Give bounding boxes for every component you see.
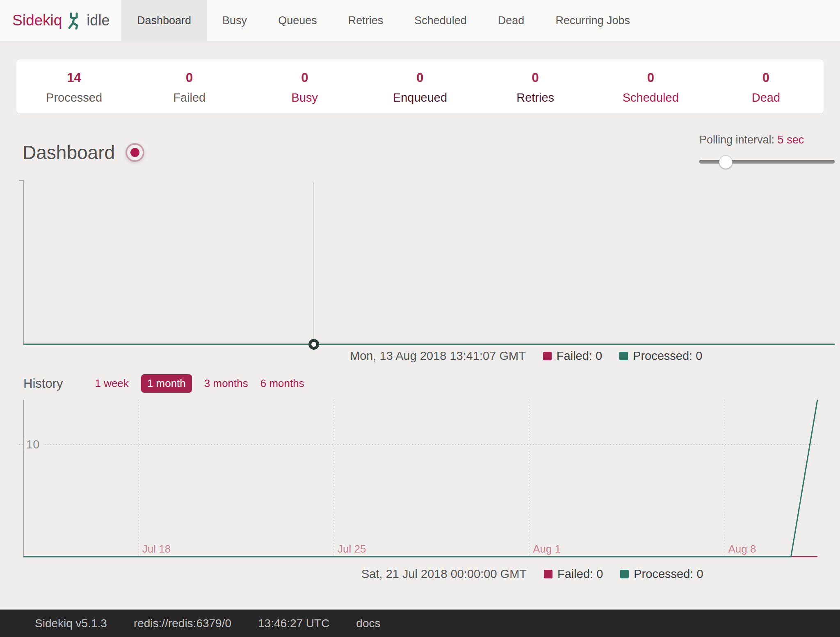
runner-icon xyxy=(67,11,82,30)
history-header: History 1 week 1 month 3 months 6 months xyxy=(23,374,304,393)
polling-slider[interactable] xyxy=(699,155,835,168)
live-beacon-icon xyxy=(126,143,144,162)
svg-text:Aug 1: Aug 1 xyxy=(533,543,561,555)
stat-retries: 0 Retries xyxy=(478,59,593,114)
page-heading: Dashboard xyxy=(23,141,144,164)
nav-item-dashboard[interactable]: Dashboard xyxy=(121,0,207,41)
stat-dead-link[interactable]: Dead xyxy=(708,91,824,105)
polling-value-link[interactable]: 5 sec xyxy=(778,134,804,146)
footer-version: Sidekiq v5.1.3 xyxy=(35,617,107,630)
realtime-legend: Mon, 13 Aug 2018 13:41:07 GMT Failed: 0 … xyxy=(350,349,702,363)
stat-scheduled-link[interactable]: Scheduled xyxy=(593,91,708,105)
brand-link[interactable]: Sidekiq idle xyxy=(12,0,110,41)
range-6-months[interactable]: 6 months xyxy=(260,377,304,390)
status-text: idle xyxy=(87,12,110,29)
stat-retries-link[interactable]: Retries xyxy=(478,91,593,105)
stat-failed-value: 0 xyxy=(132,71,247,85)
stat-busy-value: 0 xyxy=(247,71,362,85)
brand-logo-text: Sidekiq xyxy=(12,12,62,29)
stat-dead: 0 Dead xyxy=(708,59,824,114)
footer: Sidekiq v5.1.3 redis://redis:6379/0 13:4… xyxy=(0,610,840,637)
realtime-hover-timestamp: Mon, 13 Aug 2018 13:41:07 GMT xyxy=(350,349,526,363)
history-hover-timestamp: Sat, 21 Jul 2018 00:00:00 GMT xyxy=(361,567,527,581)
failed-swatch xyxy=(543,352,552,360)
history-range-selector: 1 week 1 month 3 months 6 months xyxy=(95,374,304,393)
nav-item-scheduled[interactable]: Scheduled xyxy=(399,0,482,41)
footer-server-time: 13:46:27 UTC xyxy=(258,617,329,630)
range-3-months[interactable]: 3 months xyxy=(204,377,248,390)
processed-swatch xyxy=(619,352,628,360)
nav-item-busy[interactable]: Busy xyxy=(207,0,262,41)
stat-enqueued-value: 0 xyxy=(362,71,477,85)
nav-item-recurring-jobs[interactable]: Recurring Jobs xyxy=(540,0,646,41)
stat-enqueued: 0 Enqueued xyxy=(362,59,477,114)
footer-docs-link[interactable]: docs xyxy=(356,617,380,630)
svg-text:Jul 18: Jul 18 xyxy=(142,543,171,555)
footer-redis-url: redis://redis:6379/0 xyxy=(134,617,231,630)
svg-text:10: 10 xyxy=(26,438,39,451)
failed-swatch xyxy=(544,570,552,578)
stat-failed: 0 Failed xyxy=(132,59,247,114)
slider-thumb[interactable] xyxy=(719,155,733,169)
navbar: Sidekiq idle Dashboard Busy Queues Retri… xyxy=(0,0,840,41)
realtime-processed-entry: Processed: 0 xyxy=(619,349,702,363)
history-processed-entry: Processed: 0 xyxy=(620,567,703,581)
stat-failed-label: Failed xyxy=(132,91,247,105)
history-failed-label: Failed: 0 xyxy=(557,567,603,581)
polling-control: Polling interval: 5 sec xyxy=(699,134,835,168)
nav-item-queues[interactable]: Queues xyxy=(262,0,333,41)
page-title: Dashboard xyxy=(23,141,115,164)
realtime-processed-label: Processed: 0 xyxy=(633,349,702,363)
history-title: History xyxy=(23,376,63,391)
nav-list: Dashboard Busy Queues Retries Scheduled … xyxy=(121,0,646,41)
history-processed-label: Processed: 0 xyxy=(634,567,703,581)
stat-scheduled: 0 Scheduled xyxy=(593,59,708,114)
stat-busy-link[interactable]: Busy xyxy=(247,91,362,105)
stat-processed-value: 14 xyxy=(16,71,132,85)
svg-text:Aug 8: Aug 8 xyxy=(728,543,756,555)
range-1-week[interactable]: 1 week xyxy=(95,377,128,390)
nav-item-retries[interactable]: Retries xyxy=(333,0,399,41)
realtime-failed-entry: Failed: 0 xyxy=(543,349,602,363)
history-failed-entry: Failed: 0 xyxy=(544,567,603,581)
polling-label: Polling interval: xyxy=(699,134,774,146)
sidekiq-dashboard-page: 10Jul 18Jul 25Aug 1Aug 8 Sidekiq idle Da… xyxy=(0,0,840,637)
stat-dead-value: 0 xyxy=(708,71,824,85)
processed-swatch xyxy=(620,570,629,578)
range-1-month[interactable]: 1 month xyxy=(141,374,192,393)
stats-summary-card: 14 Processed 0 Failed 0 Busy 0 Enqueued … xyxy=(16,59,824,114)
stat-processed-label: Processed xyxy=(16,91,132,105)
stat-busy: 0 Busy xyxy=(247,59,362,114)
stat-enqueued-link[interactable]: Enqueued xyxy=(362,91,477,105)
history-legend: Sat, 21 Jul 2018 00:00:00 GMT Failed: 0 … xyxy=(361,567,703,581)
stat-processed: 14 Processed xyxy=(16,59,132,114)
realtime-failed-label: Failed: 0 xyxy=(557,349,602,363)
stat-scheduled-value: 0 xyxy=(593,71,708,85)
svg-text:Jul 25: Jul 25 xyxy=(338,543,366,555)
stat-retries-value: 0 xyxy=(478,71,593,85)
nav-item-dead[interactable]: Dead xyxy=(482,0,540,41)
